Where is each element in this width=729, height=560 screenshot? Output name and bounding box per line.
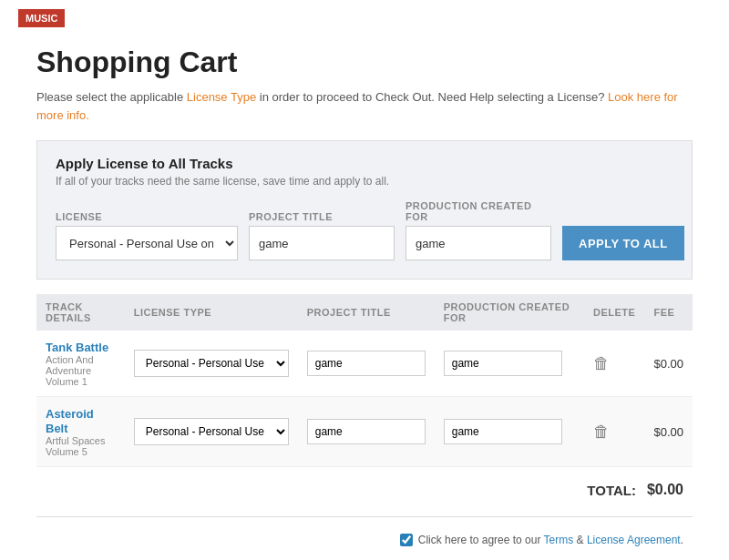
apply-license-subtext: If all of your tracks need the same lice…: [56, 175, 673, 188]
total-amount: $0.00: [647, 482, 683, 498]
track-name-link[interactable]: Tank Battle: [46, 341, 108, 354]
track-details-cell: Tank Battle Action And AdventureVolume 1: [36, 331, 125, 397]
track-production-input[interactable]: [444, 419, 562, 444]
track-subtitle: Artful Spaces Volume 5: [46, 435, 116, 457]
divider: [36, 516, 693, 517]
license-label: LICENSE: [56, 211, 238, 222]
tracks-table: TRACK DETAILS LICENSE TYPE PROJECT TITLE…: [36, 294, 693, 467]
page-title: Shopping Cart: [36, 46, 693, 79]
license-field: LICENSE Personal - Personal Use on YouTu…: [56, 211, 238, 260]
th-delete: DELETE: [584, 294, 644, 331]
production-cell: [435, 397, 584, 467]
delete-cell: 🗑: [584, 397, 644, 467]
production-cell: [435, 331, 584, 397]
track-project-input[interactable]: [307, 351, 426, 376]
project-title-field: PROJECT TITLE: [249, 211, 395, 260]
track-project-input[interactable]: [307, 419, 426, 444]
total-label: TOTAL:: [587, 483, 636, 498]
track-license-select[interactable]: Personal - Personal Use on YouTube Only …: [134, 350, 289, 377]
fee-cell: $0.00: [644, 331, 693, 397]
agree-text: Click here to agree to our Terms & Licen…: [418, 534, 683, 546]
table-row: Tank Battle Action And AdventureVolume 1…: [36, 331, 693, 397]
production-field: PRODUCTION CREATED FOR: [406, 200, 551, 260]
th-production: PRODUCTION CREATED FOR: [435, 294, 584, 331]
license-select[interactable]: Personal - Personal Use on YouTube Only …: [56, 226, 238, 260]
fee-cell: $0.00: [644, 397, 693, 467]
track-license-select[interactable]: Personal - Personal Use on YouTube Only …: [134, 418, 289, 445]
th-license-type: LICENSE TYPE: [125, 294, 298, 331]
total-row: TOTAL: $0.00: [36, 467, 693, 507]
apply-license-title: Apply License to All Tracks: [56, 156, 673, 171]
track-details-cell: Asteroid Belt Artful Spaces Volume 5: [36, 397, 125, 467]
production-input[interactable]: [406, 226, 551, 260]
delete-cell: 🗑: [584, 331, 644, 397]
th-fee: FEE: [644, 294, 693, 331]
license-type-link[interactable]: License Type: [187, 90, 256, 104]
intro-text: Please select the applicable License Typ…: [36, 88, 693, 124]
table-header-row: TRACK DETAILS LICENSE TYPE PROJECT TITLE…: [36, 294, 693, 331]
apply-license-box: Apply License to All Tracks If all of yo…: [36, 140, 693, 280]
delete-icon[interactable]: 🗑: [593, 423, 610, 441]
production-label: PRODUCTION CREATED FOR: [406, 200, 551, 222]
delete-icon[interactable]: 🗑: [593, 354, 610, 372]
project-title-input[interactable]: [249, 226, 395, 260]
track-production-input[interactable]: [444, 351, 562, 376]
tracks-section: TRACK DETAILS LICENSE TYPE PROJECT TITLE…: [36, 294, 693, 467]
license-type-cell: Personal - Personal Use on YouTube Only …: [125, 331, 298, 397]
project-title-label: PROJECT TITLE: [249, 211, 395, 222]
track-name-link[interactable]: Asteroid Belt: [46, 407, 94, 435]
th-track-details: TRACK DETAILS: [36, 294, 125, 331]
terms-link[interactable]: Terms: [544, 534, 574, 546]
project-title-cell: [298, 397, 435, 467]
apply-license-row: LICENSE Personal - Personal Use on YouTu…: [56, 200, 673, 260]
logo-text: MUSIC: [26, 13, 57, 24]
logo-badge: MUSIC: [18, 9, 65, 27]
agree-checkbox[interactable]: [400, 534, 413, 546]
th-project-title: PROJECT TITLE: [298, 294, 435, 331]
license-type-cell: Personal - Personal Use on YouTube Only …: [125, 397, 298, 467]
bottom-buttons: ADD MORE TRACKS CHECKOUT: [36, 554, 693, 560]
project-title-cell: [298, 331, 435, 397]
license-agreement-link[interactable]: License Agreement: [587, 534, 681, 546]
agree-row: Click here to agree to our Terms & Licen…: [36, 526, 693, 554]
apply-to-all-button[interactable]: APPLY TO ALL: [562, 226, 684, 260]
track-subtitle: Action And AdventureVolume 1: [46, 354, 116, 387]
table-row: Asteroid Belt Artful Spaces Volume 5 Per…: [36, 397, 693, 467]
